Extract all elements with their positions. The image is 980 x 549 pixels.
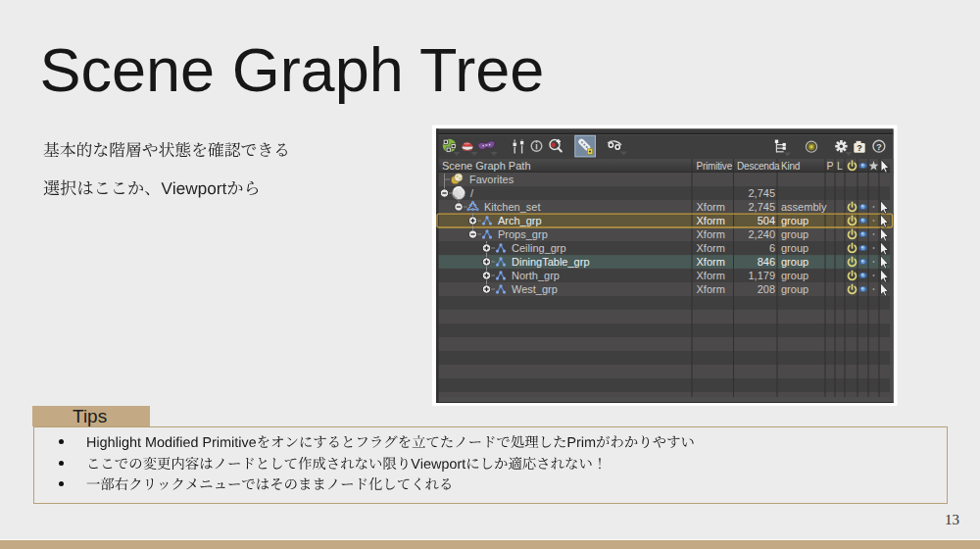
svg-text:Scene Graph Path: Scene Graph Path — [442, 160, 531, 172]
svg-text:Descenda: Descenda — [737, 161, 780, 172]
svg-text:P: P — [826, 160, 833, 172]
svg-text:208: 208 — [758, 283, 775, 295]
svg-text:?: ? — [876, 141, 882, 152]
svg-text:2,745: 2,745 — [748, 187, 775, 199]
svg-text:Xform: Xform — [697, 283, 725, 295]
svg-text:West_grp: West_grp — [512, 283, 558, 295]
svg-text:Arch_grp: Arch_grp — [498, 215, 542, 226]
svg-text:group: group — [781, 242, 808, 254]
svg-text:2,745: 2,745 — [748, 201, 775, 213]
svg-text:group: group — [781, 270, 808, 281]
svg-text:group: group — [781, 256, 808, 268]
svg-text:group: group — [781, 228, 808, 240]
svg-text:Props_grp: Props_grp — [498, 228, 548, 240]
svg-text:Xform: Xform — [697, 215, 725, 226]
svg-text:1,179: 1,179 — [748, 270, 775, 281]
svg-text:Xform: Xform — [697, 242, 725, 254]
svg-text:?: ? — [857, 143, 862, 153]
svg-text:Favorites: Favorites — [469, 174, 514, 185]
svg-text:Xform: Xform — [697, 228, 725, 240]
svg-text:504: 504 — [758, 215, 775, 226]
svg-text:group: group — [781, 283, 808, 295]
svg-text:group: group — [781, 215, 808, 226]
svg-text:L: L — [837, 160, 843, 172]
svg-text:Xform: Xform — [697, 256, 725, 268]
svg-text:Kind: Kind — [781, 161, 800, 172]
svg-text:2,240: 2,240 — [748, 228, 775, 240]
svg-text:Ceiling_grp: Ceiling_grp — [512, 242, 566, 254]
svg-text:assembly: assembly — [781, 201, 827, 213]
svg-text:846: 846 — [758, 256, 775, 268]
svg-text:North_grp: North_grp — [512, 270, 560, 281]
svg-text:DiningTable_grp: DiningTable_grp — [512, 256, 590, 268]
svg-text:Xform: Xform — [697, 201, 725, 213]
svg-text:Kitchen_set: Kitchen_set — [484, 201, 540, 213]
svg-text:6: 6 — [769, 242, 775, 254]
svg-text:Primitive: Primitive — [697, 161, 733, 172]
svg-text:Xform: Xform — [697, 270, 725, 281]
